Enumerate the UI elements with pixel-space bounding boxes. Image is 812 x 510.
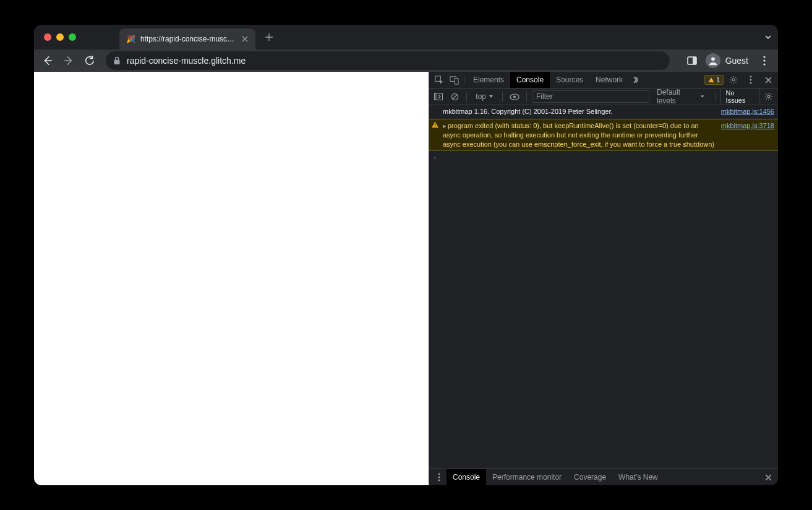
warnings-count: 1 <box>716 76 720 84</box>
profile-label[interactable]: Guest <box>725 56 748 66</box>
svg-point-6 <box>763 63 765 65</box>
close-window-button[interactable] <box>44 33 51 41</box>
levels-label: Default levels <box>657 88 698 105</box>
address-text: rapid-concise-muscle.glitch.me <box>127 56 246 66</box>
log-source-link[interactable]: mkbitmap.js:3718 <box>721 121 774 149</box>
window-controls <box>40 33 76 41</box>
svg-point-10 <box>732 79 735 81</box>
toggle-console-sidebar-icon[interactable] <box>432 89 445 104</box>
profile-avatar-icon[interactable] <box>706 53 720 68</box>
tab-console[interactable]: Console <box>510 72 550 88</box>
devtools-panel: Elements Console Sources Network 1 <box>429 72 778 485</box>
svg-rect-0 <box>114 60 120 64</box>
browser-window: 🎉 https://rapid-concise-muscle.g <box>34 25 778 485</box>
svg-point-21 <box>438 473 440 475</box>
address-bar[interactable]: rapid-concise-muscle.glitch.me <box>106 51 670 70</box>
console-toolbar: top Default levels No Issues <box>429 89 778 105</box>
svg-rect-15 <box>435 93 437 100</box>
new-tab-button[interactable] <box>260 28 278 46</box>
settings-gear-icon[interactable] <box>726 72 741 87</box>
log-source-link[interactable]: mkbitmap.js:1456 <box>721 107 774 116</box>
issues-button[interactable]: No Issues <box>720 88 759 105</box>
clear-console-icon[interactable] <box>448 89 461 104</box>
titlebar: 🎉 https://rapid-concise-muscle.g <box>34 25 778 50</box>
log-message: mkbitmap 1.16. Copyright (C) 2001-2019 P… <box>443 107 715 116</box>
svg-point-5 <box>763 59 765 61</box>
devtools-menu-icon[interactable] <box>743 72 758 87</box>
svg-point-17 <box>513 95 516 98</box>
device-toolbar-icon[interactable] <box>447 72 461 87</box>
svg-rect-9 <box>455 78 458 84</box>
tab-strip: 🎉 https://rapid-concise-muscle.g <box>119 25 772 50</box>
log-message: ▸program exited (with status: 0), but ke… <box>443 121 715 149</box>
warning-triangle-icon <box>708 77 714 83</box>
context-label: top <box>476 92 486 101</box>
maximize-window-button[interactable] <box>69 33 76 41</box>
inspect-element-icon[interactable] <box>432 72 447 87</box>
console-filter-input[interactable] <box>532 90 649 103</box>
svg-point-13 <box>750 82 752 84</box>
forward-button[interactable] <box>60 52 77 69</box>
devtools-tabbar: Elements Console Sources Network 1 <box>429 72 778 89</box>
console-warn-row[interactable]: ▸program exited (with status: 0), but ke… <box>429 119 778 152</box>
svg-point-11 <box>750 76 752 78</box>
drawer-tab-console[interactable]: Console <box>447 469 486 485</box>
minimize-window-button[interactable] <box>56 33 64 41</box>
svg-point-18 <box>767 95 770 98</box>
menu-button[interactable] <box>756 52 773 69</box>
svg-point-23 <box>438 480 440 482</box>
warning-icon <box>432 121 439 149</box>
tab-title: https://rapid-concise-muscle.g <box>140 35 236 43</box>
reload-button[interactable] <box>81 52 98 69</box>
back-button[interactable] <box>39 52 56 69</box>
toolbar: rapid-concise-muscle.glitch.me Guest <box>34 50 778 72</box>
context-selector[interactable]: top <box>472 90 497 103</box>
side-panel-icon[interactable] <box>683 52 701 69</box>
console-output[interactable]: mkbitmap 1.16. Copyright (C) 2001-2019 P… <box>429 105 778 469</box>
content-area: Elements Console Sources Network 1 <box>34 72 778 485</box>
close-tab-icon[interactable] <box>241 35 249 43</box>
svg-point-12 <box>750 79 752 81</box>
lock-icon <box>113 56 121 65</box>
svg-rect-20 <box>435 126 435 127</box>
svg-point-4 <box>763 56 765 58</box>
warnings-badge[interactable]: 1 <box>704 75 724 85</box>
close-devtools-icon[interactable] <box>761 72 776 87</box>
devtools-drawer: Console Performance monitor Coverage Wha… <box>429 469 778 485</box>
page-viewport[interactable] <box>34 72 429 485</box>
svg-point-3 <box>711 57 715 61</box>
toolbar-right: Guest <box>683 52 773 69</box>
drawer-tab-coverage[interactable]: Coverage <box>568 469 612 485</box>
tab-network[interactable]: Network <box>589 72 629 88</box>
browser-tab[interactable]: 🎉 https://rapid-concise-muscle.g <box>119 28 255 50</box>
live-expression-icon[interactable] <box>508 89 521 104</box>
close-drawer-icon[interactable] <box>761 474 776 481</box>
tab-overflow-icon[interactable] <box>764 33 772 41</box>
expand-arrow-icon[interactable]: ▸ <box>443 122 447 129</box>
log-levels-selector[interactable]: Default levels <box>652 88 710 105</box>
more-tabs-icon[interactable] <box>629 72 644 87</box>
svg-rect-2 <box>693 57 696 64</box>
console-prompt[interactable]: › <box>429 151 778 164</box>
drawer-tab-performance-monitor[interactable]: Performance monitor <box>486 469 568 485</box>
drawer-menu-icon[interactable] <box>432 470 447 485</box>
tab-elements[interactable]: Elements <box>467 72 510 88</box>
svg-rect-19 <box>435 123 435 126</box>
console-settings-gear-icon[interactable] <box>762 89 776 104</box>
drawer-tab-whats-new[interactable]: What's New <box>612 469 664 485</box>
console-log-row[interactable]: mkbitmap 1.16. Copyright (C) 2001-2019 P… <box>429 105 778 119</box>
tab-sources[interactable]: Sources <box>550 72 589 88</box>
tab-favicon: 🎉 <box>126 34 135 44</box>
svg-point-22 <box>438 477 440 478</box>
